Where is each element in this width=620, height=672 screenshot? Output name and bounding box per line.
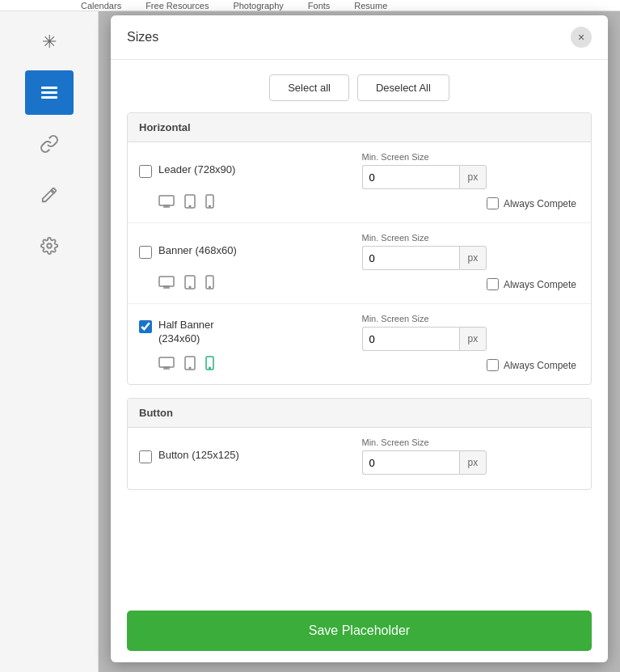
banner-min-screen-input-row: px: [362, 246, 580, 270]
banner-always-compete: Always Compete: [362, 278, 580, 290]
svg-point-19: [209, 286, 211, 288]
half-banner-px-label: px: [459, 327, 487, 351]
button-item-min-screen-label: Min. Screen Size: [362, 437, 580, 447]
size-label-leader: Leader (728x90): [139, 163, 357, 178]
svg-rect-4: [159, 196, 174, 205]
banner-always-compete-label: Always Compete: [504, 279, 576, 290]
size-label-half-banner: Half Banner(234x60): [139, 319, 357, 346]
banner-min-screen: Min. Screen Size px: [362, 233, 580, 270]
nav-item-fonts[interactable]: Fonts: [308, 1, 331, 11]
half-banner-always-compete-label: Always Compete: [504, 360, 576, 371]
section-horizontal: Horizontal Leader (728x90) Min. Screen S…: [127, 112, 592, 385]
half-banner-device-icons: [139, 356, 357, 374]
leader-min-screen-input[interactable]: [362, 165, 459, 189]
close-button[interactable]: ×: [571, 27, 592, 48]
section-header-button: Button: [128, 399, 591, 428]
leader-px-label: px: [459, 165, 487, 189]
button-item-min-screen: Min. Screen Size px: [362, 437, 580, 475]
leader-label-text: Leader (728x90): [158, 163, 235, 177]
banner-device-icons: [139, 275, 357, 294]
leader-always-compete-checkbox[interactable]: [487, 197, 499, 209]
banner-label-text: Banner (468x60): [158, 244, 237, 258]
nav-item-calendars[interactable]: Calendars: [81, 1, 121, 11]
button-item-label-text: Button (125x125): [158, 449, 239, 463]
modal-overlay: Sizes × Select all Deselect All Horizont…: [99, 11, 620, 672]
svg-point-9: [189, 205, 191, 207]
modal-title: Sizes: [127, 30, 158, 44]
half-banner-label-text: Half Banner(234x60): [158, 319, 214, 346]
select-all-button[interactable]: Select all: [269, 74, 349, 101]
half-banner-always-compete-checkbox[interactable]: [487, 359, 499, 371]
sidebar: ✳: [0, 11, 99, 672]
banner-px-label: px: [459, 246, 487, 270]
section-header-horizontal: Horizontal: [128, 113, 591, 142]
leader-device-icons: [139, 194, 357, 213]
banner-min-screen-input[interactable]: [362, 246, 459, 270]
half-banner-min-screen: Min. Screen Size px: [362, 314, 580, 351]
svg-point-3: [47, 243, 52, 248]
half-banner-checkbox[interactable]: [139, 320, 152, 333]
leader-always-compete: Always Compete: [362, 197, 580, 209]
nav-item-resume[interactable]: Resume: [354, 1, 387, 11]
svg-rect-20: [159, 357, 174, 367]
leader-checkbox[interactable]: [139, 165, 152, 178]
leader-min-screen: Min. Screen Size px: [362, 152, 580, 189]
leader-always-compete-label: Always Compete: [504, 198, 576, 209]
svg-point-25: [189, 367, 191, 369]
top-nav: Calendars Free Resources Photography Fon…: [0, 0, 620, 11]
banner-desktop-icon: [158, 276, 175, 293]
banner-always-compete-checkbox[interactable]: [487, 278, 499, 290]
banner-mobile-icon: [205, 275, 214, 294]
size-row-leader: Leader (728x90) Min. Screen Size px: [128, 142, 591, 223]
size-row-half-banner: Half Banner(234x60) Min. Screen Size px: [128, 304, 591, 384]
button-item-min-screen-input[interactable]: [362, 450, 459, 475]
half-banner-always-compete: Always Compete: [362, 359, 580, 371]
leader-min-screen-label: Min. Screen Size: [362, 152, 580, 162]
size-row-banner: Banner (468x60) Min. Screen Size px: [128, 223, 591, 304]
banner-min-screen-label: Min. Screen Size: [362, 233, 580, 243]
svg-rect-2: [41, 96, 57, 99]
size-row-button: Button (125x125) Min. Screen Size px: [128, 428, 591, 489]
svg-point-27: [209, 367, 211, 369]
leader-min-screen-input-row: px: [362, 165, 580, 189]
section-button: Button Button (125x125) Min. Screen Size…: [127, 398, 592, 490]
sizes-modal: Sizes × Select all Deselect All Horizont…: [111, 15, 608, 662]
save-placeholder-button[interactable]: Save Placeholder: [127, 611, 592, 651]
size-label-button-item: Button (125x125): [139, 449, 357, 463]
modal-body: Horizontal Leader (728x90) Min. Screen S…: [111, 112, 608, 599]
button-item-px-label: px: [459, 450, 487, 475]
half-banner-min-screen-input-row: px: [362, 327, 580, 351]
button-item-min-screen-input-row: px: [362, 450, 580, 475]
action-buttons: Select all Deselect All: [111, 60, 608, 112]
banner-tablet-icon: [184, 275, 196, 294]
svg-point-11: [209, 205, 211, 207]
svg-rect-12: [159, 277, 174, 286]
sidebar-icon-list[interactable]: [25, 70, 74, 115]
sidebar-icon-asterisk[interactable]: ✳: [25, 19, 74, 64]
svg-point-17: [189, 286, 191, 288]
sidebar-icon-gear[interactable]: [25, 223, 74, 268]
modal-header: Sizes ×: [111, 15, 608, 60]
leader-tablet-icon: [184, 194, 196, 213]
leader-desktop-icon: [158, 195, 175, 212]
half-banner-mobile-icon: [205, 356, 214, 374]
half-banner-min-screen-input[interactable]: [362, 327, 459, 351]
svg-rect-0: [41, 87, 57, 89]
sidebar-icon-link[interactable]: [25, 121, 74, 166]
nav-item-photography[interactable]: Photography: [233, 1, 283, 11]
half-banner-min-screen-label: Min. Screen Size: [362, 314, 580, 323]
half-banner-desktop-icon: [158, 357, 175, 374]
size-label-banner: Banner (468x60): [139, 244, 357, 259]
button-item-checkbox[interactable]: [139, 450, 152, 463]
banner-checkbox[interactable]: [139, 246, 152, 259]
modal-footer: Save Placeholder: [111, 599, 608, 662]
deselect-all-button[interactable]: Deselect All: [357, 74, 449, 101]
leader-mobile-icon: [205, 194, 214, 213]
svg-rect-1: [41, 91, 57, 94]
nav-item-free-resources[interactable]: Free Resources: [146, 1, 209, 11]
sidebar-icon-brush[interactable]: [25, 172, 74, 217]
half-banner-tablet-icon: [184, 356, 196, 374]
